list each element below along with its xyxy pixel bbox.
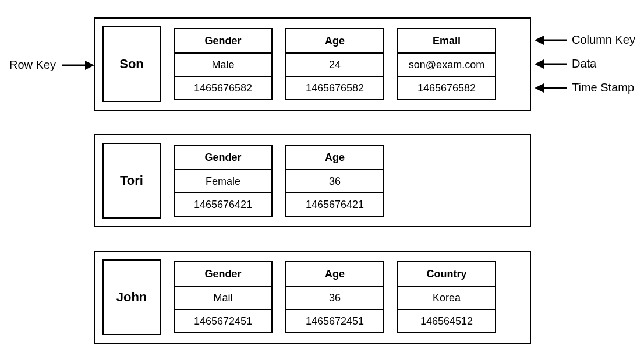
column-box: Email son@exam.com 1465676582 [397, 28, 496, 100]
timestamp-cell: 1465676582 [286, 76, 383, 99]
arrow-column-key-icon [535, 33, 567, 47]
timestamp-cell: 1465676421 [175, 192, 271, 216]
row-1: Son Gender Male 1465676582 Age 24 146567… [94, 17, 531, 111]
data-cell: Male [175, 52, 271, 76]
column-key-cell: Age [286, 146, 383, 169]
label-timestamp: Time Stamp [572, 81, 634, 94]
column-key-cell: Email [398, 29, 495, 52]
column-box: Gender Male 1465676582 [174, 28, 273, 100]
data-cell: 36 [286, 286, 383, 309]
diagram-canvas: Son Gender Male 1465676582 Age 24 146567… [6, 12, 638, 347]
data-cell: Mail [175, 286, 271, 309]
column-key-cell: Country [398, 262, 495, 286]
row-key-text: John [116, 290, 147, 305]
timestamp-cell: 1465672451 [286, 309, 383, 332]
data-cell: 36 [286, 169, 383, 192]
timestamp-cell: 146564512 [398, 309, 495, 332]
column-key-cell: Age [286, 29, 383, 52]
row-key-text: Tori [120, 173, 143, 188]
svg-marker-1 [85, 61, 94, 70]
row-key-box: Son [102, 26, 161, 102]
row-3: John Gender Mail 1465672451 Age 36 14656… [94, 251, 531, 344]
label-row-key: Row Key [9, 58, 56, 72]
arrow-data-icon [535, 57, 567, 71]
column-key-cell: Gender [175, 146, 271, 169]
timestamp-cell: 1465676582 [398, 76, 495, 99]
svg-marker-5 [535, 59, 544, 69]
column-box: Gender Female 1465676421 [174, 145, 273, 217]
timestamp-cell: 1465676582 [175, 76, 271, 99]
column-key-cell: Gender [175, 29, 271, 52]
data-cell: son@exam.com [398, 52, 495, 76]
data-cell: Female [175, 169, 271, 192]
data-cell: Korea [398, 286, 495, 309]
svg-marker-3 [535, 36, 544, 45]
row-2: Tori Gender Female 1465676421 Age 36 146… [94, 134, 531, 227]
row-key-text: Son [119, 57, 144, 72]
data-cell: 24 [286, 52, 383, 76]
column-box: Age 36 1465676421 [285, 145, 384, 217]
column-box: Age 24 1465676582 [285, 28, 384, 100]
row-key-box: John [102, 259, 161, 335]
column-key-cell: Age [286, 262, 383, 286]
label-data: Data [572, 57, 596, 71]
arrow-timestamp-icon [535, 81, 567, 95]
label-column-key: Column Key [572, 33, 635, 47]
column-box: Country Korea 146564512 [397, 261, 496, 333]
svg-marker-7 [535, 83, 544, 93]
arrow-row-key-icon [62, 58, 94, 72]
column-box: Age 36 1465672451 [285, 261, 384, 333]
timestamp-cell: 1465676421 [286, 192, 383, 216]
column-box: Gender Mail 1465672451 [174, 261, 273, 333]
column-key-cell: Gender [175, 262, 271, 286]
timestamp-cell: 1465672451 [175, 309, 271, 332]
row-key-box: Tori [102, 143, 161, 219]
